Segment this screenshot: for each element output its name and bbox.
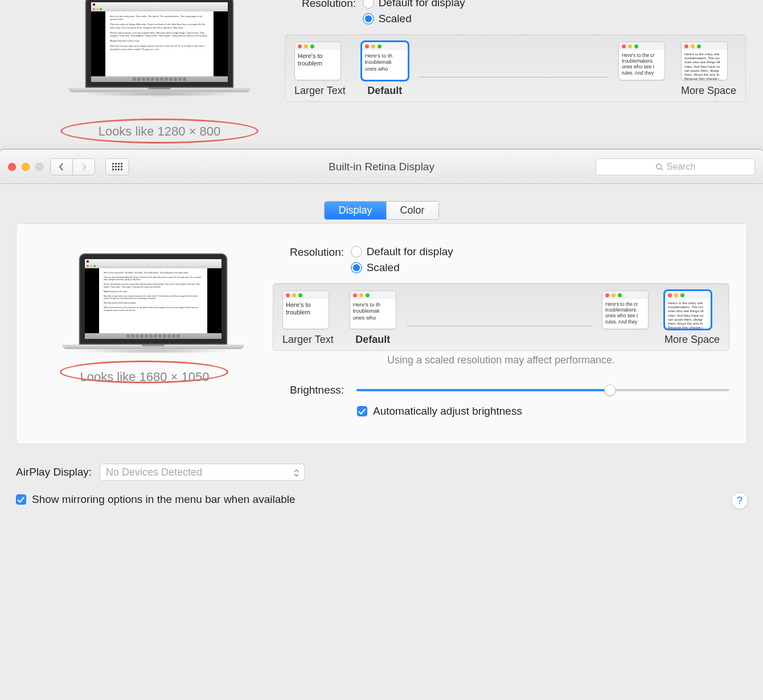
radio-default-for-display[interactable]: Default for display	[351, 245, 453, 258]
thumb-sample: Here's to troublem	[283, 299, 329, 329]
chevron-updown-icon	[292, 466, 301, 480]
thumb-label: Larger Text	[282, 334, 334, 346]
select-value: No Devices Detected	[106, 466, 202, 478]
help-icon: ?	[737, 495, 743, 507]
back-button[interactable]	[50, 158, 73, 175]
radio-label: Default for display	[379, 0, 465, 9]
thumb-sample: Here's to the cr troublemakers. ones who…	[602, 299, 648, 329]
thumb-default[interactable]: Here's to th troublemak ones who	[350, 290, 396, 329]
brightness-slider[interactable]	[356, 383, 729, 397]
search-placeholder: Search	[667, 162, 696, 172]
upper-partial-window: Here's to the crazy ones. The misfits. T…	[0, 0, 763, 149]
thumb-label: More Space	[681, 85, 736, 97]
radio-label: Scaled	[379, 13, 412, 25]
airplay-label: AirPlay Display:	[16, 466, 92, 478]
looks-like-label: Looks like 1280 × 800	[68, 124, 251, 139]
looks-like-label: Looks like 1680 × 1050	[34, 370, 256, 384]
resolution-label: Resolution:	[273, 245, 344, 259]
thumb-larger-text[interactable]: Here's to troublem	[294, 42, 341, 80]
forward-button[interactable]	[72, 158, 95, 175]
divider	[419, 77, 608, 77]
radio-scaled[interactable]: Scaled	[351, 261, 453, 274]
window-controls	[8, 163, 43, 171]
resolution-thumbnails: Here's to troublem Larger Text Here's to…	[285, 34, 746, 102]
checkbox-label: Show mirroring options in the menu bar w…	[32, 493, 296, 506]
monitor-preview: Here's to the crazy ones. The misfits. T…	[68, 0, 251, 97]
airplay-select[interactable]: No Devices Detected	[100, 464, 305, 481]
search-input[interactable]: Search	[596, 158, 755, 175]
thumb-label: Larger Text	[294, 85, 346, 97]
radio-label: Scaled	[367, 261, 400, 274]
thumb-sample: Here's to the crazy one troublemakers. T…	[682, 50, 727, 80]
thumb-mid[interactable]: Here's to the cr troublemakers. ones who…	[618, 42, 665, 80]
thumb-label: Default	[362, 85, 408, 97]
thumb-sample: Here's to th troublemak ones who	[362, 50, 408, 80]
divider	[407, 326, 592, 326]
thumb-default[interactable]: Here's to th troublemak ones who	[362, 42, 408, 80]
performance-warning: Using a scaled resolution may affect per…	[273, 354, 729, 366]
resolution-thumbnails: Here's to troublem Larger Text Here's to…	[273, 283, 729, 351]
svg-line-1	[661, 168, 663, 170]
thumb-mid[interactable]: Here's to the cr troublemakers. ones who…	[602, 290, 649, 329]
checkbox-label: Automatically adjust brightness	[373, 405, 522, 417]
monitor-preview: Here's to the crazy ones. The misfits. T…	[51, 253, 256, 354]
close-icon[interactable]	[8, 163, 16, 171]
svg-point-0	[656, 163, 661, 169]
radio-label: Default for display	[367, 245, 453, 258]
slider-knob[interactable]	[604, 384, 616, 396]
thumb-more-space[interactable]: Here's to the crazy one troublemakers. T…	[664, 290, 711, 329]
thumb-sample: Here's to troublem	[295, 50, 341, 80]
radio-icon	[351, 262, 362, 273]
tab-color[interactable]: Color	[386, 202, 438, 219]
thumb-sample: Here's to the crazy one troublemakers. T…	[665, 299, 711, 329]
footer: AirPlay Display: No Devices Detected Sho…	[0, 453, 763, 521]
titlebar: Built-in Retina Display Search	[0, 150, 763, 184]
thumb-sample: Here's to the cr troublemakers. ones who…	[619, 50, 664, 80]
resolution-label: Resolution:	[285, 0, 356, 10]
auto-brightness-checkbox[interactable]: Automatically adjust brightness	[357, 405, 729, 417]
radio-icon	[363, 13, 374, 24]
prefs-window: Built-in Retina Display Search Display C…	[0, 149, 763, 521]
thumb-more-space[interactable]: Here's to the crazy one troublemakers. T…	[681, 42, 728, 80]
tab-display[interactable]: Display	[325, 202, 385, 219]
radio-scaled[interactable]: Scaled	[363, 13, 465, 25]
radio-icon	[351, 246, 362, 257]
radio-default-for-display[interactable]: Default for display	[363, 0, 465, 9]
zoom-icon[interactable]	[35, 163, 43, 171]
checkbox-icon	[16, 494, 26, 505]
tab-segmented-control: Display Color	[324, 201, 438, 220]
thumb-label: More Space	[664, 334, 720, 346]
brightness-label: Brightness:	[273, 384, 344, 396]
radio-icon	[363, 0, 374, 9]
mirroring-checkbox[interactable]: Show mirroring options in the menu bar w…	[16, 493, 747, 506]
minimize-icon[interactable]	[22, 163, 30, 171]
thumb-larger-text[interactable]: Here's to troublem	[282, 290, 329, 329]
show-all-button[interactable]	[105, 158, 129, 175]
display-panel: Here's to the crazy ones. The misfits. T…	[16, 223, 747, 444]
help-button[interactable]: ?	[731, 492, 748, 509]
thumb-sample: Here's to th troublemak ones who	[350, 299, 396, 329]
thumb-label: Default	[350, 334, 396, 346]
checkbox-icon	[357, 406, 367, 416]
